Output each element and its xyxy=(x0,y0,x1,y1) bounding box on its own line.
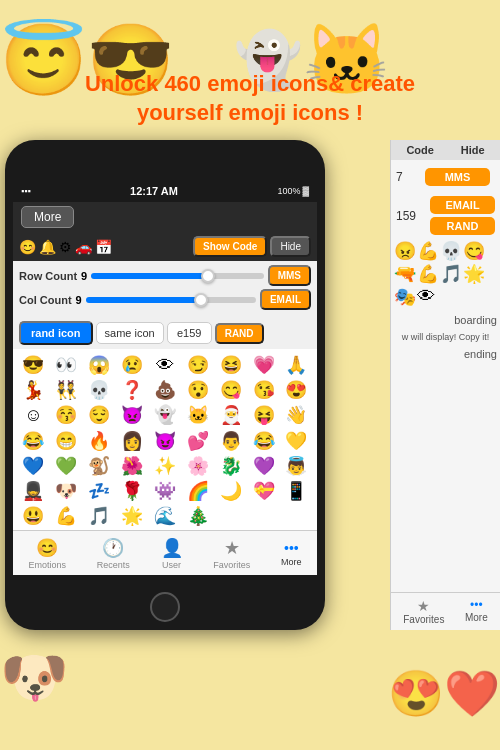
emoji-cell[interactable]: 💙 xyxy=(17,454,50,479)
col-slider[interactable] xyxy=(86,297,256,303)
emoji-cell[interactable]: 💩 xyxy=(149,378,182,403)
rand-icon-button[interactable]: rand icon xyxy=(19,321,93,345)
emoji-cell[interactable]: 🎄 xyxy=(181,504,214,529)
tab-bar: 😊 Emotions 🕐 Recents 👤 User ★ Favorites … xyxy=(13,530,317,575)
emoji-cell[interactable]: 🐱 xyxy=(181,403,214,428)
mms-button[interactable]: MMS xyxy=(268,265,311,286)
emoji-cell[interactable]: 💚 xyxy=(50,454,83,479)
phone-device: ▪▪▪ 12:17 AM 100% ▓ More 😊 🔔 ⚙ 🚗 📅 Show … xyxy=(5,140,325,630)
emoji-cell[interactable]: 🌙 xyxy=(214,479,247,504)
emoji-cell[interactable]: 😃 xyxy=(17,504,50,529)
emoji-cell[interactable]: 😆 xyxy=(214,353,247,378)
emoji-cell[interactable]: 👼 xyxy=(280,454,313,479)
emoji-cell[interactable]: 📱 xyxy=(280,479,313,504)
emoji-cell[interactable]: 😋 xyxy=(214,378,247,403)
emoji-cell[interactable]: 😍 xyxy=(280,378,313,403)
emoji-cell[interactable]: 👁 xyxy=(149,353,182,378)
emoji-cell[interactable]: 🌹 xyxy=(116,479,149,504)
emoji-cell[interactable]: 🎵 xyxy=(83,504,116,529)
hide-button[interactable]: Hide xyxy=(270,236,311,257)
home-button[interactable] xyxy=(150,592,180,622)
emoji-cell[interactable]: 🌟 xyxy=(116,504,149,529)
emoji-cell[interactable]: 😱 xyxy=(83,353,116,378)
more-button[interactable]: More xyxy=(21,206,74,228)
emoji-cell[interactable]: 💪 xyxy=(50,504,83,529)
right-panel-side-label1: boarding xyxy=(391,311,500,329)
battery-indicator: 100% ▓ xyxy=(277,186,309,196)
emoji-cell[interactable]: 🐒 xyxy=(83,454,116,479)
emoji-cell[interactable]: ✨ xyxy=(149,454,182,479)
emoji-icon-3[interactable]: ⚙ xyxy=(59,239,72,255)
emoji-cell[interactable]: 💗 xyxy=(247,353,280,378)
emoji-cell[interactable]: 😌 xyxy=(83,403,116,428)
tab-recents[interactable]: 🕐 Recents xyxy=(97,537,130,570)
emoji-cell[interactable]: 🌊 xyxy=(149,504,182,529)
emoji-cell[interactable]: 😯 xyxy=(181,378,214,403)
emoji-cell[interactable]: 💀 xyxy=(83,378,116,403)
show-code-button[interactable]: Show Code xyxy=(193,236,267,257)
emoji-cell[interactable]: 😚 xyxy=(50,403,83,428)
headline: Unlock 460 emoji icons& create yourself … xyxy=(0,70,500,127)
row-slider[interactable] xyxy=(91,273,263,279)
favorites-icon: ★ xyxy=(224,537,240,559)
emoji-cell[interactable]: 👿 xyxy=(116,403,149,428)
right-rand-button[interactable]: RAND xyxy=(430,217,495,235)
emoji-icon-1[interactable]: 😊 xyxy=(19,239,36,255)
emoji-cell[interactable]: 🌺 xyxy=(116,454,149,479)
emoji-cell[interactable]: 😂 xyxy=(17,429,50,454)
favorites-label[interactable]: Favorites xyxy=(403,614,444,625)
emoji-cell[interactable]: 💝 xyxy=(247,479,280,504)
emoji-cell[interactable]: 🔥 xyxy=(83,429,116,454)
emoji-cell[interactable]: 🐉 xyxy=(214,454,247,479)
emoji-cell[interactable]: 💕 xyxy=(181,429,214,454)
emoji-cell[interactable]: ☺ xyxy=(17,403,50,428)
tab-favorites[interactable]: ★ Favorites xyxy=(213,537,250,570)
emoji-cell[interactable]: 👋 xyxy=(280,403,313,428)
emoji-cell[interactable]: 💃 xyxy=(17,378,50,403)
emoji-cell[interactable]: 👯 xyxy=(50,378,83,403)
emoji-cell[interactable]: 👾 xyxy=(149,479,182,504)
emoji-cell[interactable]: 🐶 xyxy=(50,479,83,504)
emoji-cell[interactable]: 😏 xyxy=(181,353,214,378)
emoji-cell[interactable]: 😘 xyxy=(247,378,280,403)
rand-icon-row: rand icon same icon RAND xyxy=(13,317,317,349)
right-panel-emoji-grid: 😠💪💀😋 🔫💪🎵🌟 🎭👁 xyxy=(391,237,500,311)
emoji-cell[interactable]: 👩 xyxy=(116,429,149,454)
emotions-icon: 😊 xyxy=(36,537,58,559)
emoji-cell[interactable]: 👨 xyxy=(214,429,247,454)
emoji-cell[interactable]: 🙏 xyxy=(280,353,313,378)
emoji-cell[interactable]: 💜 xyxy=(247,454,280,479)
emoji-cell[interactable]: 🌈 xyxy=(181,479,214,504)
emoji-cell[interactable]: 😝 xyxy=(247,403,280,428)
emoji-icon-2[interactable]: 🔔 xyxy=(39,239,56,255)
emoji-cell[interactable]: 🌸 xyxy=(181,454,214,479)
tab-more[interactable]: ••• More xyxy=(281,540,302,567)
email-button[interactable]: EMAIL xyxy=(260,289,311,310)
emoji-cell[interactable]: 😂 xyxy=(247,429,280,454)
more-row: More xyxy=(13,202,317,232)
emoji-cell[interactable]: 🎅 xyxy=(214,403,247,428)
right-email-button[interactable]: EMAIL xyxy=(430,196,495,214)
emoji-cell[interactable]: 😈 xyxy=(149,429,182,454)
emoji-cell[interactable]: 👀 xyxy=(50,353,83,378)
tab-emotions[interactable]: 😊 Emotions xyxy=(28,537,66,570)
corner-emoji-bl: 🐶 xyxy=(0,645,69,710)
tab-user[interactable]: 👤 User xyxy=(161,537,183,570)
emoji-cell[interactable]: 😎 xyxy=(17,353,50,378)
right-mms-button[interactable]: MMS xyxy=(425,168,490,186)
emoji-icon-4[interactable]: 🚗 xyxy=(75,239,92,255)
more-label[interactable]: More xyxy=(465,612,488,623)
rand-button[interactable]: RAND xyxy=(215,323,264,344)
emoji-cell[interactable]: ❓ xyxy=(116,378,149,403)
emoji-cell[interactable]: 👻 xyxy=(149,403,182,428)
code-input[interactable] xyxy=(167,322,212,344)
emoji-cell[interactable]: 😁 xyxy=(50,429,83,454)
same-icon-button[interactable]: same icon xyxy=(96,322,164,344)
more-icon: ••• xyxy=(284,540,299,556)
emoji-cell[interactable]: 💤 xyxy=(83,479,116,504)
emoji-icon-5[interactable]: 📅 xyxy=(95,239,112,255)
user-icon: 👤 xyxy=(161,537,183,559)
emoji-cell[interactable]: 💂 xyxy=(17,479,50,504)
emoji-cell[interactable]: 😢 xyxy=(116,353,149,378)
emoji-cell[interactable]: 💛 xyxy=(280,429,313,454)
